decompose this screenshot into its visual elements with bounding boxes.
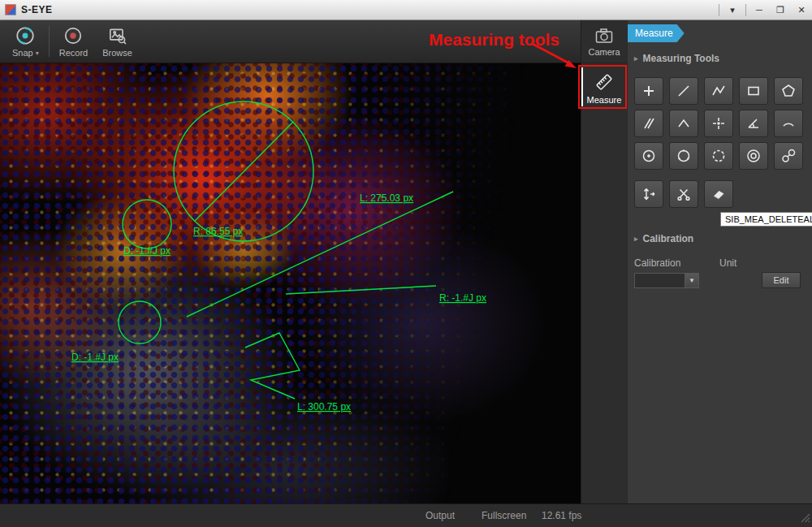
section-arrow-icon: ▸ [634, 54, 638, 63]
toolbar-divider [49, 26, 50, 57]
measure-panel: Measure ▸ Measuring Tools [627, 20, 812, 503]
snap-button[interactable]: Snap ▾ [5, 22, 46, 61]
tool-center-cross-button[interactable] [704, 110, 733, 137]
tab-camera-label: Camera [588, 47, 620, 57]
measure-label-circle-top: D: -1.#J px [123, 245, 171, 257]
tool-parallel-lines-button[interactable] [634, 110, 663, 137]
tool-move-annotation-button[interactable] [634, 180, 663, 208]
tool-circle-ring-button[interactable] [704, 142, 733, 170]
snap-dropdown-icon[interactable]: ▾ [36, 50, 39, 57]
unit-column-label: Unit [719, 257, 736, 269]
snap-label: Snap [12, 48, 33, 58]
maximize-button[interactable]: ❐ [770, 0, 791, 19]
measure-label-line-length: L: 275.03 px [360, 192, 413, 204]
divider [745, 4, 746, 16]
measure-diameter-line [195, 122, 293, 221]
image-viewport[interactable]: R: 86.55 px D: -1.#J px L: 275.03 px R: … [0, 63, 581, 503]
tool-polyline-button[interactable] [704, 77, 733, 105]
tool-line-button[interactable] [669, 77, 698, 105]
window-controls: ▾ ─ ❐ ✕ [716, 0, 812, 19]
measurement-overlay: R: 86.55 px D: -1.#J px L: 275.03 px R: … [0, 63, 581, 503]
statusbar: Output Fullscreen 12.61 fps [0, 503, 812, 527]
record-label: Record [59, 48, 88, 58]
fps-indicator: 12.61 fps [542, 510, 581, 521]
resize-grip[interactable] [800, 512, 810, 525]
section-arrow-icon: ▸ [634, 235, 638, 243]
calibration-header[interactable]: ▸ Calibration [634, 233, 693, 244]
tab-camera[interactable]: Camera [581, 20, 627, 63]
measure-long-line [187, 192, 453, 317]
measure-label-circle-bottom: D: -1.#J px [71, 352, 119, 363]
browse-icon [107, 25, 128, 46]
snap-aperture-icon [15, 25, 36, 46]
browse-button[interactable]: Browse [95, 22, 140, 61]
record-button[interactable]: Record [52, 22, 95, 61]
tool-delete-annotation-button[interactable] [669, 180, 698, 208]
calibration-dropdown-value [635, 274, 685, 287]
tool-rectangle-button[interactable] [739, 77, 768, 105]
measure-label-circle-radius: R: 86.55 px [193, 226, 243, 237]
titlebar: S-EYE ▾ ─ ❐ ✕ [0, 0, 812, 20]
app-window: S-EYE ▾ ─ ❐ ✕ Snap ▾ [0, 0, 812, 527]
measuring-tools-grid [634, 77, 803, 170]
measure-circle-small-bottom [119, 301, 161, 343]
tool-circle-3-point-button[interactable] [669, 142, 698, 170]
measure-label-polyline-length: L: 300.75 px [297, 401, 351, 413]
window-title: S-EYE [21, 4, 53, 15]
browse-label: Browse [102, 48, 132, 58]
measuring-tools-grid-row2 [634, 180, 803, 208]
measure-circle-small-top [123, 200, 171, 248]
calibration-title: Calibration [643, 233, 694, 244]
app-logo-icon [5, 4, 16, 15]
minimize-button[interactable]: ─ [749, 0, 770, 19]
tooltip: SIB_MEA_DELETEALL [720, 212, 812, 227]
close-button[interactable]: ✕ [791, 0, 812, 19]
measure-radius-line [286, 286, 436, 294]
tool-polygon-button[interactable] [774, 77, 803, 105]
calibration-column-label: Calibration [634, 257, 680, 269]
camera-icon [594, 27, 614, 45]
tool-delete-all-annotations-button[interactable] [704, 180, 733, 208]
output-button[interactable]: Output [425, 510, 455, 521]
tool-perpendicular-button[interactable] [669, 110, 698, 137]
tool-circle-center-radius-button[interactable] [634, 142, 663, 170]
edit-button[interactable]: Edit [762, 272, 801, 288]
fullscreen-button[interactable]: Fullscreen [482, 510, 526, 521]
calibration-dropdown[interactable]: ▼ [634, 273, 699, 288]
measuring-tools-title: Measuring Tools [643, 53, 719, 64]
divider [719, 4, 719, 16]
measure-polyline [245, 333, 300, 399]
tool-arc-button[interactable] [774, 110, 803, 137]
annotation-highlight-rectangle [578, 65, 627, 109]
tool-point-button[interactable] [634, 77, 663, 105]
tool-linked-circles-button[interactable] [774, 142, 803, 170]
measure-label-radius-value: R: -1.#J px [439, 292, 486, 304]
tool-angle-button[interactable] [739, 110, 768, 137]
tool-concentric-circles-button[interactable] [739, 142, 768, 170]
panel-tab-measure[interactable]: Measure [628, 24, 685, 42]
measuring-tools-header[interactable]: ▸ Measuring Tools [634, 53, 719, 64]
record-icon [63, 25, 84, 46]
chevron-down-icon[interactable]: ▼ [685, 274, 698, 287]
annotation-arrow-icon [526, 39, 583, 73]
titlebar-menu-button[interactable]: ▾ [722, 0, 743, 19]
